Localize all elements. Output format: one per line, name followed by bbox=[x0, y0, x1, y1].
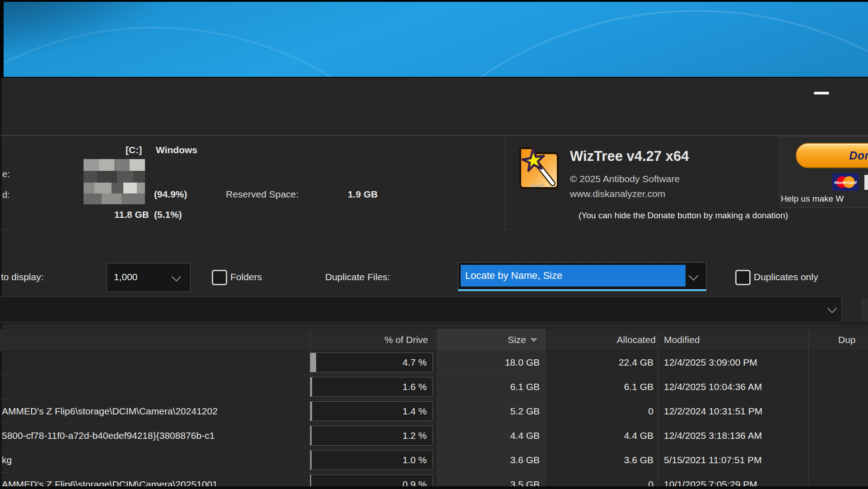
header-percent-of-drive[interactable]: % of Drive bbox=[310, 329, 428, 351]
modified-cell: 12/2/2024 10:31:51 PM bbox=[664, 400, 762, 423]
reserved-space-label: Reserved Space: bbox=[226, 189, 299, 200]
table-row[interactable]: 5800-cf78-11f0-a72d-b40edef94218}{380887… bbox=[0, 424, 868, 448]
percent-bar-cell: 1.2 % bbox=[310, 426, 433, 446]
wallpaper-shade bbox=[4, 2, 257, 77]
mastercard-icon: MasterCard bbox=[832, 174, 859, 193]
folders-checkbox[interactable] bbox=[212, 270, 227, 285]
size-cell: 6.1 GB bbox=[447, 375, 540, 399]
file-name-cell: AMMED's Z Flip6\storage\DCIM\Camera\2024… bbox=[2, 400, 305, 423]
donate-button[interactable]: Donate bbox=[796, 143, 868, 168]
used-space-label-cut: d: bbox=[2, 190, 10, 200]
percent-bar-cell: 1.4 % bbox=[310, 401, 433, 421]
file-name-cell: kg bbox=[2, 448, 305, 472]
percent-bar-fill bbox=[310, 353, 316, 372]
allocated-cell: 0 bbox=[560, 400, 653, 423]
percent-bar-fill bbox=[310, 402, 312, 421]
duplicate-files-label: Duplicate Files: bbox=[325, 272, 390, 282]
modified-cell: 12/4/2025 3:09:00 PM bbox=[664, 351, 757, 374]
modified-cell: 12/4/2025 10:04:36 AM bbox=[664, 375, 762, 399]
app-title: WizTree v4.27 x64 bbox=[570, 148, 689, 165]
redacted-values-blur bbox=[84, 159, 145, 204]
percent-bar-cell: 1.6 % bbox=[310, 377, 433, 397]
header-size-label: Size bbox=[508, 329, 526, 351]
minimize-icon bbox=[814, 92, 829, 94]
allocated-cell: 22.4 GB bbox=[560, 351, 653, 374]
drive-letter: [C:] bbox=[126, 145, 142, 155]
donate-button-label: Donate bbox=[849, 149, 868, 162]
duplicate-mode-dropdown[interactable]: Locate by Name, Size bbox=[458, 262, 706, 291]
percent-bar-cell: 1.0 % bbox=[310, 450, 433, 470]
folders-label: Folders bbox=[230, 272, 262, 282]
filter-combobox[interactable] bbox=[0, 296, 842, 323]
wiztree-logo-icon bbox=[516, 141, 561, 192]
table-row[interactable]: 4.7 % 18.0 GB 22.4 GB 12/4/2025 3:09:00 … bbox=[0, 351, 868, 375]
percent-bar-cell: 4.7 % bbox=[310, 353, 433, 372]
table-top-divider bbox=[0, 323, 868, 324]
duplicates-only-label: Duplicates only bbox=[754, 272, 818, 282]
header-dup-cut[interactable]: Dup bbox=[838, 329, 856, 351]
allocated-cell: 3.6 GB bbox=[560, 448, 653, 472]
file-count-dropdown[interactable]: 1,000 bbox=[107, 263, 191, 292]
payment-logo-cut bbox=[864, 175, 868, 190]
used-percent: (94.9%) bbox=[154, 189, 187, 200]
percent-value: 4.7 % bbox=[402, 353, 427, 372]
duplicates-only-checkbox[interactable] bbox=[735, 270, 751, 285]
header-size[interactable]: Size bbox=[452, 329, 537, 351]
percent-bar-fill bbox=[310, 426, 312, 445]
titlebar-divider bbox=[0, 135, 868, 136]
chevron-down-icon bbox=[689, 271, 698, 281]
file-name-cell: 5800-cf78-11f0-a72d-b40edef94218}{380887… bbox=[2, 424, 305, 447]
desktop-wallpaper bbox=[0, 0, 868, 78]
dropdown-accent-underline bbox=[458, 289, 706, 291]
screen-bottom-edge bbox=[0, 486, 868, 489]
duplicate-mode-selected: Locate by Name, Size bbox=[461, 265, 686, 287]
size-cell: 5.2 GB bbox=[447, 400, 540, 423]
percent-value: 1.4 % bbox=[402, 402, 427, 421]
size-cell: 18.0 GB bbox=[447, 351, 540, 374]
wiztree-window: [C:] Windows e: d: (94.9%) Reserved Spac… bbox=[0, 0, 868, 489]
donate-hint-text: (You can hide the Donate button by makin… bbox=[579, 211, 788, 221]
table-header-bar bbox=[0, 329, 868, 351]
total-space-label-cut: e: bbox=[2, 169, 10, 179]
svg-text:MasterCard: MasterCard bbox=[834, 180, 857, 185]
chevron-down-icon bbox=[172, 272, 181, 282]
reserved-space-value: 1.9 GB bbox=[348, 189, 378, 200]
file-count-value: 1,000 bbox=[114, 263, 138, 291]
help-us-text: Help us make W bbox=[781, 194, 868, 204]
modified-cell: 12/4/2025 3:18:136 AM bbox=[664, 424, 762, 447]
wallpaper-blue-area bbox=[4, 2, 868, 77]
chevron-down-icon bbox=[827, 304, 837, 313]
sort-descending-icon bbox=[530, 338, 537, 342]
percent-value: 1.0 % bbox=[402, 451, 427, 470]
file-table-body: 4.7 % 18.0 GB 22.4 GB 12/4/2025 3:09:00 … bbox=[0, 351, 868, 489]
free-space-percent: (5.1%) bbox=[154, 209, 182, 220]
percent-value: 1.6 % bbox=[402, 377, 427, 396]
right-edge-control-cut bbox=[862, 298, 868, 321]
drive-name: Windows bbox=[156, 145, 197, 155]
header-allocated[interactable]: Allocated bbox=[555, 329, 656, 351]
section-divider bbox=[0, 230, 868, 230]
header-modified[interactable]: Modified bbox=[664, 329, 700, 351]
allocated-cell: 4.4 GB bbox=[560, 424, 653, 447]
table-row[interactable]: 1.6 % 6.1 GB 6.1 GB 12/4/2025 10:04:36 A… bbox=[0, 375, 868, 400]
percent-value: 1.2 % bbox=[402, 426, 427, 445]
website-link[interactable]: www.diskanalyzer.com bbox=[570, 188, 665, 199]
minimize-button[interactable] bbox=[808, 86, 834, 101]
table-row[interactable]: kg 1.0 % 3.6 GB 3.6 GB 5/15/2021 11:07:5… bbox=[0, 448, 868, 473]
size-cell: 3.6 GB bbox=[447, 448, 540, 472]
files-to-display-label-cut: to display: bbox=[1, 272, 44, 282]
percent-bar-fill bbox=[310, 377, 312, 396]
drive-panel-divider bbox=[505, 136, 505, 230]
allocated-cell: 6.1 GB bbox=[560, 375, 653, 399]
free-space-value: 11.8 GB bbox=[81, 209, 149, 220]
percent-bar-fill bbox=[310, 451, 312, 470]
copyright-text: © 2025 Antibody Software bbox=[570, 174, 680, 184]
size-cell: 4.4 GB bbox=[447, 424, 540, 447]
table-row[interactable]: AMMED's Z Flip6\storage\DCIM\Camera\2024… bbox=[0, 400, 868, 424]
wallpaper-arc-decoration bbox=[311, 10, 868, 77]
modified-cell: 5/15/2021 11:07:51 PM bbox=[664, 448, 762, 472]
